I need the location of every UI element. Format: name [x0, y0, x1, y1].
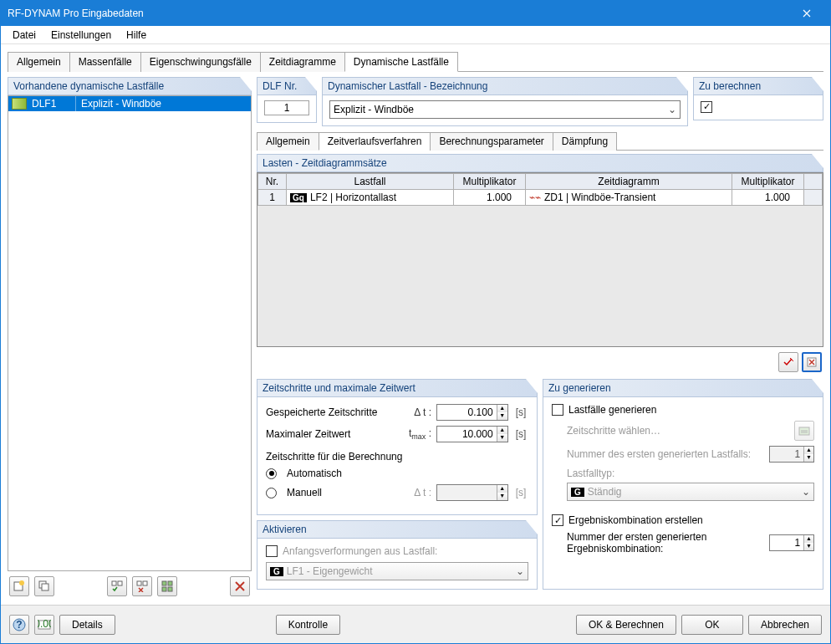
check-all-button[interactable]: [107, 576, 127, 596]
titlebar: RF-DYNAM Pro Eingabedaten: [1, 1, 830, 26]
footer: ? 0.00 Details Kontrolle OK & Berechnen …: [1, 605, 830, 643]
sub-tabs: Allgemein Zeitverlaufsverfahren Berechnu…: [257, 131, 823, 151]
svg-rect-6: [137, 581, 141, 585]
choose-ts-button: [794, 421, 814, 441]
right-pane: DLF Nr. 1 Dynamischer Lastfall - Bezeich…: [257, 77, 823, 605]
dlf-nr-value: 1: [264, 100, 309, 115]
svg-rect-11: [168, 587, 172, 591]
calc-ts-label: Zeitschritte für die Berechnung: [266, 451, 528, 463]
main-tabs: Allgemein Massenfälle Eigenschwingungsfä…: [8, 51, 823, 72]
dt-symbol: Δ t :: [403, 406, 431, 418]
details-button[interactable]: Details: [59, 615, 115, 635]
copy-dlf-button[interactable]: [34, 576, 54, 596]
spin-up-icon: ▲: [497, 405, 507, 412]
cell-zeitdiagramm[interactable]: ⌁⌁ZD1 | Windböe-Transient: [526, 190, 732, 206]
color-swatch: [12, 98, 27, 110]
menu-file[interactable]: Datei: [6, 28, 43, 43]
timestep-header: Zeitschritte und maximale Zeitwert: [257, 379, 538, 397]
stored-ts-label: Gespeicherte Zeitschritte: [266, 406, 398, 418]
left-pane: Vorhandene dynamische Lastfälle DLF1 Exp…: [8, 77, 252, 605]
tab-general[interactable]: Allgemein: [8, 52, 70, 72]
radio-manual[interactable]: [266, 488, 277, 498]
subtab-bparam[interactable]: Berechnungsparameter: [430, 132, 553, 151]
dt-manual-input: ▲▼: [436, 484, 508, 501]
th-zeit: Zeitdiagramm: [526, 174, 732, 190]
dlf-list[interactable]: DLF1 Explizit - Windböe: [8, 95, 252, 571]
radio-auto[interactable]: [266, 468, 277, 479]
lf-type-combo: GStändig: [567, 483, 814, 501]
spin-down-icon: ▼: [497, 412, 507, 420]
close-button[interactable]: [790, 1, 823, 26]
cancel-button[interactable]: Abbrechen: [748, 615, 822, 635]
delete-row-button[interactable]: [802, 352, 822, 372]
cell-nr: 1: [258, 190, 287, 206]
manual-label: Manuell: [287, 487, 398, 498]
dt-input[interactable]: ▲▼: [436, 404, 508, 421]
tab-eigen[interactable]: Eigenschwingungsfälle: [140, 52, 261, 72]
auto-label: Automatisch: [287, 468, 342, 479]
subtab-damp[interactable]: Dämpfung: [553, 132, 617, 151]
svg-rect-4: [112, 581, 116, 585]
first-rc-input[interactable]: ▲▼: [769, 534, 814, 551]
menu-settings[interactable]: Einstellungen: [44, 28, 118, 43]
grid-button[interactable]: [157, 576, 177, 596]
lf-gen-checkbox[interactable]: [552, 404, 563, 416]
dlf-desc-combo[interactable]: Explizit - Windböe: [329, 100, 681, 119]
rc-create-checkbox[interactable]: [552, 514, 563, 526]
menubar: Datei Einstellungen Hilfe: [1, 26, 830, 44]
svg-point-1: [19, 580, 24, 585]
new-dlf-button[interactable]: [9, 576, 29, 596]
initial-def-label: Anfangsverformungen aus Lastfall:: [283, 545, 437, 557]
calc-checkbox[interactable]: [701, 101, 712, 113]
initial-def-checkbox[interactable]: [266, 545, 278, 557]
tmax-input[interactable]: ▲▼: [436, 426, 508, 442]
menu-help[interactable]: Hilfe: [120, 28, 153, 43]
units-button[interactable]: 0.00: [34, 615, 54, 635]
loads-table[interactable]: Nr. Lastfall Multiplikator Zeitdiagramm …: [257, 173, 823, 206]
svg-rect-7: [143, 581, 147, 585]
chevron-down-icon: [668, 104, 676, 115]
delete-dlf-button[interactable]: [230, 576, 250, 596]
lf1-combo: GLF1 - Eigengewicht: [266, 562, 528, 580]
lf-gen-label: Lastfälle generieren: [568, 404, 656, 416]
dlf-list-row[interactable]: DLF1 Explizit - Windböe: [8, 96, 251, 111]
th-mult2: Multiplikator: [732, 174, 804, 190]
tab-timediag[interactable]: Zeitdiagramme: [260, 52, 345, 72]
kontrolle-button[interactable]: Kontrolle: [276, 615, 340, 635]
tmax-label: Maximaler Zeitwert: [266, 428, 398, 440]
cell-mult1[interactable]: 1.000: [454, 190, 526, 206]
tab-masscases[interactable]: Massenfälle: [69, 52, 141, 72]
chevron-down-icon: [802, 486, 810, 498]
tab-dlf[interactable]: Dynamische Lastfälle: [344, 52, 458, 72]
decimal-icon: 0.00: [38, 618, 51, 631]
calc-header: Zu berechnen: [693, 77, 823, 95]
chevron-down-icon: [516, 565, 524, 577]
first-rc-label: Nummer der ersten generierten Ergebnisko…: [567, 531, 764, 555]
svg-rect-8: [162, 581, 166, 585]
help-button[interactable]: ?: [9, 615, 29, 635]
th-lastfall: Lastfall: [287, 174, 454, 190]
choose-ts-label: Zeitschritte wählen…: [567, 425, 789, 437]
ok-button[interactable]: OK: [681, 615, 743, 635]
cell-mult2[interactable]: 1.000: [732, 190, 804, 206]
loads-header: Lasten - Zeitdiagrammsätze: [257, 154, 823, 172]
dlf-desc-header: Dynamischer Lastfall - Bezeichnung: [322, 77, 688, 95]
transient-icon: ⌁⌁: [529, 192, 541, 203]
subtab-zvv[interactable]: Zeitverlaufsverfahren: [319, 132, 431, 151]
rc-create-label: Ergebniskombination erstellen: [568, 514, 703, 526]
generate-header: Zu generieren: [543, 379, 823, 397]
cell-lastfall[interactable]: GqLF2 | Horizontallast: [287, 190, 454, 206]
app-window: RF-DYNAM Pro Eingabedaten Datei Einstell…: [0, 0, 831, 644]
tmax-symbol: tmax :: [403, 427, 431, 441]
table-row[interactable]: 1 GqLF2 | Horizontallast 1.000 ⌁⌁ZD1 | W…: [258, 190, 823, 206]
question-icon: ?: [13, 618, 26, 631]
th-mult1: Multiplikator: [454, 174, 526, 190]
svg-rect-10: [162, 587, 166, 591]
subtab-general[interactable]: Allgemein: [257, 132, 319, 151]
lf-type-label: Lastfalltyp:: [552, 468, 814, 479]
uncheck-all-button[interactable]: [132, 576, 152, 596]
window-title: RF-DYNAM Pro Eingabedaten: [8, 8, 144, 19]
ok-calc-button[interactable]: OK & Berechnen: [576, 615, 676, 635]
svg-rect-3: [42, 584, 48, 590]
clear-row-button[interactable]: [778, 352, 798, 372]
